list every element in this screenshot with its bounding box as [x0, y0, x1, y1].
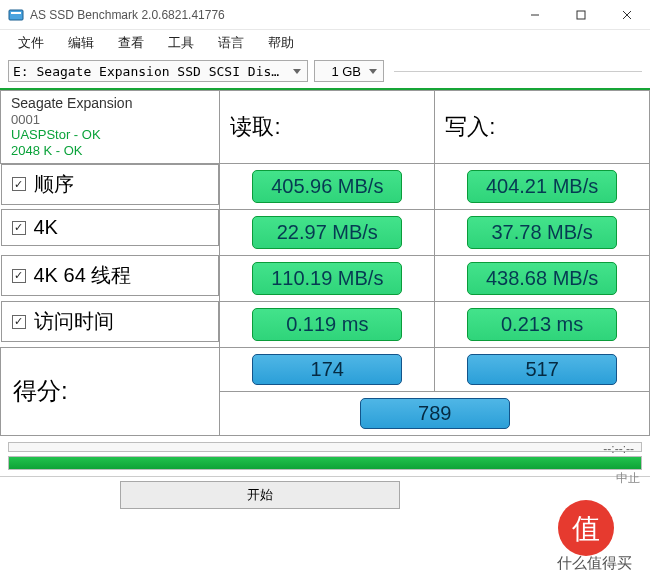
cell-access-read: 0.119 ms [220, 301, 435, 347]
device-name: Seagate Expansion [11, 95, 209, 112]
row-4k64: ✓4K 64 线程 [1, 255, 220, 296]
toolbar-spacer [394, 71, 642, 72]
progress-bar-2 [8, 456, 642, 470]
maximize-button[interactable] [558, 0, 604, 30]
device-alignment-status: 2048 K - OK [11, 143, 209, 159]
cell-seq-read: 405.96 MB/s [220, 163, 435, 209]
progress-bar [8, 442, 642, 452]
header-write: 写入: [435, 91, 650, 164]
value-4k-write: 37.78 MB/s [467, 216, 617, 249]
toolbar: E: Seagate Expansion SSD SCSI Dis… 1 GB [0, 56, 650, 90]
checkbox-seq[interactable]: ✓ [12, 177, 26, 191]
value-score-total: 789 [360, 398, 510, 429]
watermark-brand-text: 什么值得买 [556, 555, 632, 571]
value-4k64-write: 438.68 MB/s [467, 262, 617, 295]
svg-rect-0 [9, 10, 23, 20]
cell-score-read: 174 [220, 347, 435, 391]
menu-help[interactable]: 帮助 [258, 32, 304, 54]
label-4k: 4K [34, 216, 58, 239]
cell-4k64-read: 110.19 MB/s [220, 255, 435, 301]
checkbox-4k[interactable]: ✓ [12, 221, 26, 235]
window-title: AS SSD Benchmark 2.0.6821.41776 [30, 8, 512, 22]
watermark-logo-text: 值 [572, 513, 600, 544]
value-score-write: 517 [467, 354, 617, 385]
drive-select[interactable]: E: Seagate Expansion SSD SCSI Dis… [8, 60, 308, 82]
cell-score-total: 789 [220, 391, 650, 435]
button-row: 开始 [0, 476, 650, 513]
close-button[interactable] [604, 0, 650, 30]
start-button-label: 开始 [247, 486, 273, 504]
svg-rect-3 [577, 11, 585, 19]
watermark-badge: 值 什么值得买 中止 [510, 456, 650, 576]
menu-language[interactable]: 语言 [208, 32, 254, 54]
device-firmware: 0001 [11, 112, 209, 128]
row-seq: ✓顺序 [1, 164, 220, 205]
device-info-cell: Seagate Expansion 0001 UASPStor - OK 204… [1, 91, 220, 164]
label-seq: 顺序 [34, 171, 74, 198]
size-select[interactable]: 1 GB [314, 60, 384, 82]
elapsed-time: --:--:-- [603, 442, 634, 456]
device-driver-status: UASPStor - OK [11, 127, 209, 143]
menu-bar: 文件 编辑 查看 工具 语言 帮助 [0, 30, 650, 56]
cell-seq-write: 404.21 MB/s [435, 163, 650, 209]
menu-edit[interactable]: 编辑 [58, 32, 104, 54]
window-buttons [512, 0, 650, 30]
value-score-read: 174 [252, 354, 402, 385]
menu-view[interactable]: 查看 [108, 32, 154, 54]
app-icon [8, 7, 24, 23]
value-seq-read: 405.96 MB/s [252, 170, 402, 203]
label-4k64: 4K 64 线程 [34, 262, 132, 289]
checkbox-4k64[interactable]: ✓ [12, 269, 26, 283]
menu-file[interactable]: 文件 [8, 32, 54, 54]
size-select-value: 1 GB [331, 64, 361, 79]
score-label: 得分: [1, 347, 220, 435]
svg-rect-1 [11, 12, 21, 14]
checkbox-access[interactable]: ✓ [12, 315, 26, 329]
row-4k: ✓4K [1, 209, 220, 246]
menu-tools[interactable]: 工具 [158, 32, 204, 54]
cell-access-write: 0.213 ms [435, 301, 650, 347]
cell-score-write: 517 [435, 347, 650, 391]
row-access: ✓访问时间 [1, 301, 220, 342]
minimize-button[interactable] [512, 0, 558, 30]
value-4k-read: 22.97 MB/s [252, 216, 402, 249]
value-access-read: 0.119 ms [252, 308, 402, 341]
drive-select-value: E: Seagate Expansion SSD SCSI Dis… [13, 64, 279, 79]
label-access: 访问时间 [34, 308, 114, 335]
start-button[interactable]: 开始 [120, 481, 400, 509]
cell-4k-read: 22.97 MB/s [220, 209, 435, 255]
header-read: 读取: [220, 91, 435, 164]
results-table: Seagate Expansion 0001 UASPStor - OK 204… [0, 90, 650, 436]
title-bar: AS SSD Benchmark 2.0.6821.41776 [0, 0, 650, 30]
value-4k64-read: 110.19 MB/s [252, 262, 402, 295]
value-seq-write: 404.21 MB/s [467, 170, 617, 203]
cell-4k-write: 37.78 MB/s [435, 209, 650, 255]
cell-4k64-write: 438.68 MB/s [435, 255, 650, 301]
value-access-write: 0.213 ms [467, 308, 617, 341]
